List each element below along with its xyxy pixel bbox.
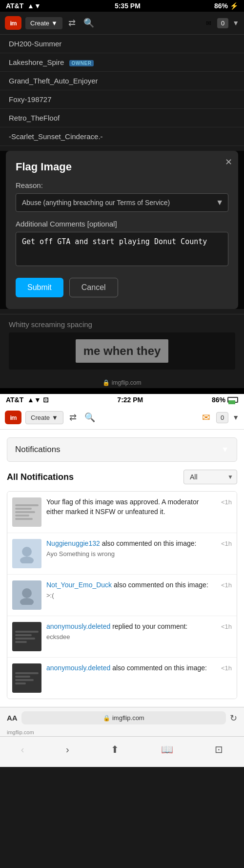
modal-title: Flag Image	[16, 161, 228, 173]
notification-item[interactable]: Your flag of this image was approved. A …	[7, 492, 237, 533]
tabs-button[interactable]: ⊡	[207, 742, 231, 757]
modal-close-button[interactable]: ✕	[225, 157, 232, 167]
mail-icon-2[interactable]: ✉	[200, 410, 212, 425]
status-bar-2: AT&T ▲▼ ⊡ 7:22 PM 86%	[0, 394, 244, 406]
imgflip-logo-2[interactable]: im	[5, 411, 21, 424]
reload-button[interactable]: ↻	[230, 713, 237, 723]
notification-item[interactable]: Nuggienuggie132 also commented on this i…	[7, 533, 237, 575]
notification-time: <1h	[221, 497, 232, 506]
notification-user[interactable]: anonymously.deleted	[46, 622, 110, 630]
lock-icon: 🔒	[103, 715, 110, 722]
browser-bar: AA 🔒 imgflip.com ↻	[0, 707, 244, 728]
create-button[interactable]: Create ▼	[25, 17, 62, 29]
mail-icon[interactable]: ✉	[204, 18, 213, 29]
post-image-text: me when they	[76, 339, 169, 363]
user-item[interactable]: Grand_Theft_Auto_Enjoyer	[0, 72, 244, 90]
cancel-button[interactable]: Cancel	[69, 278, 118, 297]
share-button[interactable]: ⬆	[103, 742, 127, 757]
status-bar-top: AT&T ▲▼ 5:35 PM 86% ⚡	[0, 0, 244, 12]
screenshot-divider	[0, 388, 244, 394]
user-item[interactable]: -Scarlet_Sunset_Cinderace.-	[0, 127, 244, 146]
username: Retro_TheFloof	[9, 114, 60, 122]
notification-thumbnail	[12, 539, 41, 568]
notifications-header-text: Notifications	[15, 445, 61, 455]
shuffle-icon-2[interactable]: ⇄	[67, 410, 79, 425]
dark-thumb	[12, 622, 41, 651]
nav-dropdown-icon[interactable]: ▼	[232, 19, 239, 27]
notification-thumbnail	[12, 497, 41, 527]
all-notif-header: All Notifications All Comments Replies F…	[7, 470, 237, 484]
notification-item[interactable]: anonymously.deleted also commented on th…	[7, 658, 237, 699]
svg-point-1	[20, 557, 34, 563]
search-icon[interactable]: 🔍	[81, 16, 96, 30]
modal-overlay: ✕ Flag Image Reason: Abuse (anything bre…	[0, 151, 244, 309]
user-item[interactable]: Foxy-198727	[0, 90, 244, 109]
url-bar[interactable]: 🔒 imgflip.com	[21, 711, 226, 724]
notification-list: Your flag of this image was approved. A …	[7, 491, 237, 699]
reason-select[interactable]: Abuse (anything breaching our Terms of S…	[16, 193, 228, 212]
bookmarks-button[interactable]: 📖	[153, 742, 181, 757]
svg-point-3	[20, 598, 34, 605]
filter-select[interactable]: All Comments Replies Flags	[183, 470, 237, 484]
reason-select-wrapper: Abuse (anything breaching our Terms of S…	[16, 193, 228, 212]
create-button-2[interactable]: Create ▼	[25, 411, 63, 424]
text-size-button[interactable]: AA	[7, 714, 18, 722]
comments-label: Additional Comments [optional]	[16, 220, 228, 228]
back-button[interactable]: ‹	[13, 742, 32, 757]
reason-label: Reason:	[16, 181, 228, 189]
notification-sub: Ayo Something is wrong	[46, 550, 216, 558]
lock-icon-1: 🔒	[102, 379, 110, 386]
filter-wrapper: All Comments Replies Flags ▼	[183, 470, 237, 484]
imgflip-logo[interactable]: im	[5, 16, 21, 30]
face-icon	[17, 544, 37, 563]
battery-info-2: 86%	[212, 396, 238, 404]
notification-item[interactable]: Not_Your_Emo_Duck also commented on this…	[7, 575, 237, 616]
notification-user[interactable]: anonymously.deleted	[46, 664, 110, 672]
flag-image-modal: ✕ Flag Image Reason: Abuse (anything bre…	[6, 151, 238, 309]
notifications-section: Notifications ▼ All Notifications All Co…	[0, 430, 244, 707]
notification-time: <1h	[221, 663, 232, 672]
user-item[interactable]: Lakeshore_Spire OWNER	[0, 53, 244, 72]
notifications-dropdown-icon: ▼	[221, 445, 229, 454]
notification-item[interactable]: anonymously.deleted replied to your comm…	[7, 616, 237, 658]
svg-point-0	[22, 547, 32, 557]
post-image: me when they	[9, 332, 235, 370]
forward-button[interactable]: ›	[58, 742, 77, 757]
notification-text: Not_Your_Emo_Duck also commented on this…	[46, 580, 216, 600]
username: Grand_Theft_Auto_Enjoyer	[9, 77, 98, 85]
dark-thumb-2	[12, 663, 41, 693]
username: Foxy-198727	[9, 95, 52, 103]
notification-user[interactable]: Not_Your_Emo_Duck	[46, 581, 112, 589]
nav-dropdown-icon-2[interactable]: ▼	[232, 413, 239, 421]
notification-thumbnail	[12, 663, 41, 693]
all-notifications-title: All Notifications	[7, 472, 74, 482]
username: -Scarlet_Sunset_Cinderace.-	[9, 132, 103, 141]
notification-count-2[interactable]: 0	[216, 412, 228, 423]
create-dropdown-icon: ▼	[51, 20, 58, 27]
notification-user[interactable]: Nuggienuggie132	[46, 539, 100, 547]
battery-icon: ⚡	[230, 2, 238, 10]
thumb-lines-icon	[12, 497, 41, 527]
site-label-1: 🔒 imgflip.com	[0, 377, 244, 388]
modal-buttons: Submit Cancel	[16, 278, 228, 297]
create-dropdown-icon-2: ▼	[52, 414, 58, 421]
user-item[interactable]: Retro_TheFloof	[0, 109, 244, 127]
search-icon-2[interactable]: 🔍	[82, 410, 97, 425]
shuffle-icon[interactable]: ⇄	[66, 16, 78, 30]
comments-textarea[interactable]: Get off GTA and start playing Donut Coun…	[16, 232, 228, 266]
notification-count[interactable]: 0	[217, 18, 228, 28]
notification-text: anonymously.deleted replied to your comm…	[46, 622, 216, 641]
users-section: DH200-Summer Lakeshore_Spire OWNER Grand…	[0, 35, 244, 146]
post-preview-section: Whitty screaming spacing me when they	[0, 314, 244, 377]
username: DH200-Summer	[9, 40, 61, 48]
notification-time: <1h	[221, 539, 232, 547]
notification-text: anonymously.deleted also commented on th…	[46, 663, 216, 673]
notification-sub: >:(	[46, 591, 216, 600]
notification-sub: ecksdee	[46, 633, 216, 641]
carrier-signal-2: AT&T ▲▼ ⊡	[6, 396, 49, 404]
notifications-dropdown[interactable]: Notifications ▼	[7, 437, 237, 462]
notification-text: Nuggienuggie132 also commented on this i…	[46, 539, 216, 558]
user-item[interactable]: DH200-Summer	[0, 35, 244, 53]
submit-button[interactable]: Submit	[16, 278, 63, 297]
nav-bar-top: im Create ▼ ⇄ 🔍 ✉ 0 ▼	[0, 12, 244, 35]
